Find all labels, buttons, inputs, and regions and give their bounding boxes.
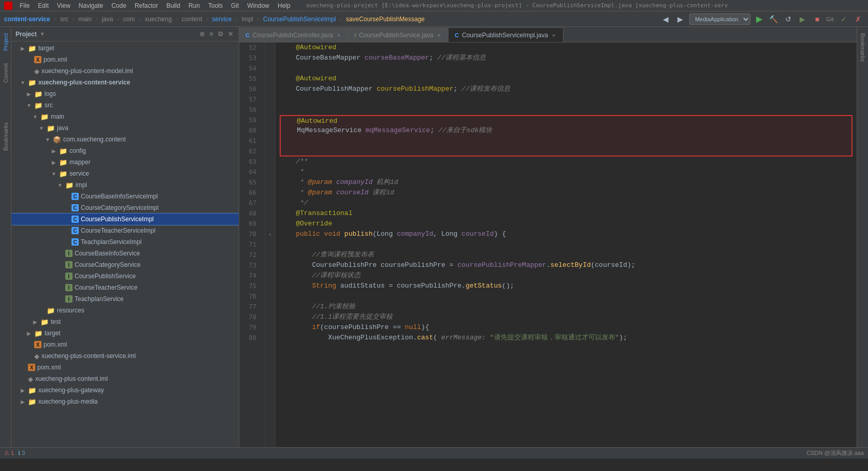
- sidebar-tab-commit[interactable]: Commit: [2, 59, 10, 87]
- tree-item-mapper[interactable]: ▶📁mapper: [11, 156, 239, 168]
- tree-item-CourseTeacherService[interactable]: ICourseTeacherService: [11, 282, 239, 293]
- tree-item-CourseCategoryService[interactable]: ICourseCategoryService: [11, 259, 239, 270]
- tab-controller[interactable]: C CoursePublishController.java ×: [239, 27, 348, 42]
- menu-view[interactable]: View: [54, 1, 74, 10]
- bc-java[interactable]: java: [102, 16, 113, 23]
- panel-dropdown-icon[interactable]: ▾: [41, 31, 44, 37]
- navigate-forward-btn[interactable]: ▶: [675, 13, 686, 25]
- tree-item-gateway[interactable]: ▶📁xuecheng-plus-gateway: [11, 384, 239, 396]
- menu-refactor[interactable]: Refactor: [132, 1, 161, 10]
- line-number: 65: [239, 177, 261, 188]
- panel-locate-btn[interactable]: ⊕: [198, 29, 206, 39]
- tab-close-2[interactable]: ×: [437, 32, 442, 38]
- tree-item-service[interactable]: ▼📁service: [11, 168, 239, 179]
- tree-item-CourseTeacherServiceImpl[interactable]: CCourseTeacherServiceImpl: [11, 225, 239, 236]
- stop-btn[interactable]: ■: [812, 13, 823, 25]
- navigate-back-btn[interactable]: ◀: [660, 13, 672, 25]
- tree-label-content-service: xuecheng-plus-content-service: [38, 79, 130, 86]
- menu-code[interactable]: Code: [108, 1, 129, 10]
- tree-item-media[interactable]: ▶📁xuecheng-plus-media: [11, 396, 239, 407]
- code-content[interactable]: @Autowired CourseBaseMapper courseBaseMa…: [276, 42, 857, 447]
- tab-serviceimpl[interactable]: C CoursePublishServiceImpl.java ×: [449, 27, 563, 42]
- tree-item-resources[interactable]: 📁resources: [11, 305, 239, 316]
- reload-btn[interactable]: ↺: [783, 13, 794, 25]
- code-line: if(coursePublishPre == null){: [280, 322, 852, 333]
- panel-header: Project ▾ ⊕ ≡ ⚙ ✕: [11, 27, 239, 41]
- bc-method[interactable]: saveCoursePublishMessage: [346, 16, 425, 23]
- tree-item-pom-xml3[interactable]: Xpom.xml: [11, 362, 239, 373]
- tree-item-CourseCategoryServiceImpl[interactable]: CCourseCategoryServiceImpl: [11, 202, 239, 213]
- tree-item-service-iml[interactable]: ◆xuecheng-plus-content-service.iml: [11, 350, 239, 362]
- git-x-btn[interactable]: ✗: [852, 13, 864, 25]
- tree-item-target2[interactable]: ▶📁target: [11, 327, 239, 339]
- line-number: 72: [239, 250, 261, 260]
- tree-item-src[interactable]: ▼📁src: [11, 99, 239, 111]
- tree-item-java[interactable]: ▼📁java: [11, 122, 239, 134]
- tree-item-TeachplanServiceImpl[interactable]: CTeachplanServiceImpl: [11, 236, 239, 248]
- bc-impl[interactable]: impl: [242, 16, 253, 23]
- tree-label-impl: impl: [76, 181, 87, 189]
- sidebar-tab-bookmarks[interactable]: Bookmarks: [2, 118, 10, 155]
- tree-item-CoursePublishService[interactable]: ICoursePublishService: [11, 270, 239, 282]
- code-line: [280, 63, 852, 74]
- git-check-btn[interactable]: ✓: [838, 13, 849, 25]
- tree-item-pom-xml2[interactable]: Xpom.xml: [11, 339, 239, 350]
- sidebar-tab-project[interactable]: Project: [2, 29, 10, 55]
- tree-item-TeachplanService[interactable]: ITeachplanService: [11, 293, 239, 305]
- menu-git[interactable]: Git: [228, 1, 242, 10]
- tab-close-1[interactable]: ×: [336, 32, 341, 38]
- menu-navigate[interactable]: Navigate: [76, 1, 106, 10]
- menu-help[interactable]: Help: [274, 1, 294, 10]
- tree-item-config[interactable]: ▶📁config: [11, 145, 239, 156]
- tree-item-CourseBaseInfoServiceImpl[interactable]: CCourseBaseInfoServiceImpl: [11, 191, 239, 202]
- panel-collapse-btn[interactable]: ≡: [208, 29, 214, 39]
- bc-xuecheng[interactable]: xuecheng: [145, 16, 172, 23]
- file-tree: ▶📁targetXpom.xml◆xuecheng-plus-content-m…: [11, 41, 239, 447]
- bc-com[interactable]: com: [123, 16, 135, 23]
- panel-close-btn[interactable]: ✕: [227, 29, 235, 39]
- bc-class[interactable]: CoursePublishServiceImpl: [263, 16, 336, 23]
- tree-item-com-xuecheng-content[interactable]: ▼📦com.xuecheng.content: [11, 134, 239, 145]
- menu-run[interactable]: Run: [185, 1, 203, 10]
- tree-label-CourseBaseInfoServiceImpl: CourseBaseInfoServiceImpl: [81, 193, 158, 200]
- menu-edit[interactable]: Edit: [35, 1, 52, 10]
- tree-item-model-iml[interactable]: ◆xuecheng-plus-content-model.iml: [11, 65, 239, 77]
- bc-main[interactable]: main: [78, 16, 92, 23]
- bc-content[interactable]: content: [182, 16, 202, 23]
- line-number: 71: [239, 239, 261, 250]
- build-btn[interactable]: 🔨: [768, 13, 779, 25]
- coverage-btn[interactable]: ▶: [797, 13, 808, 25]
- line-number: 77: [239, 302, 261, 312]
- tree-item-logs[interactable]: ▶📁logs: [11, 88, 239, 99]
- line-number: 54: [239, 63, 261, 74]
- tree-item-content-service[interactable]: ▼📁xuecheng-plus-content-service: [11, 77, 239, 88]
- tabs-bar: C CoursePublishController.java × I Cours…: [239, 27, 857, 42]
- gutter-cell: [265, 115, 275, 125]
- menu-bar: File Edit View Navigate Code Refactor Bu…: [0, 0, 868, 11]
- tree-item-main[interactable]: ▼📁main: [11, 111, 239, 122]
- line-number: 62: [239, 146, 261, 156]
- code-line: @Autowired: [280, 74, 852, 84]
- tree-item-target[interactable]: ▶📁target: [11, 42, 239, 54]
- run-config-select[interactable]: MediaApplication: [689, 13, 750, 25]
- menu-build[interactable]: Build: [163, 1, 183, 10]
- tab-service[interactable]: I CoursePublishService.java ×: [348, 27, 449, 42]
- bc-service[interactable]: service: [212, 16, 232, 23]
- tree-item-CoursePublishServiceImpl[interactable]: CCoursePublishServiceImpl: [11, 213, 239, 225]
- code-editor: 5253545556575859606162636465666768697071…: [239, 42, 857, 447]
- tree-item-impl[interactable]: ▼📁impl: [11, 179, 239, 191]
- right-tab-bookmarks[interactable]: Bookmarks: [859, 29, 867, 66]
- menu-window[interactable]: Window: [244, 1, 272, 10]
- tree-item-pom-xml[interactable]: Xpom.xml: [11, 54, 239, 65]
- menu-tools[interactable]: Tools: [205, 1, 226, 10]
- tree-icon-src: 📁: [34, 102, 42, 109]
- tree-icon-content-service: 📁: [28, 79, 36, 87]
- tab-close-3[interactable]: ×: [551, 32, 556, 38]
- bc-src[interactable]: src: [60, 16, 68, 23]
- tree-item-CourseBaseInfoService[interactable]: ICourseBaseInfoService: [11, 248, 239, 259]
- menu-file[interactable]: File: [17, 1, 33, 10]
- tree-item-test[interactable]: ▶📁test: [11, 316, 239, 327]
- run-btn[interactable]: ▶: [754, 13, 765, 25]
- panel-settings-btn[interactable]: ⚙: [216, 29, 225, 39]
- tree-item-content-iml[interactable]: ◆xuecheng-plus-content.iml: [11, 373, 239, 384]
